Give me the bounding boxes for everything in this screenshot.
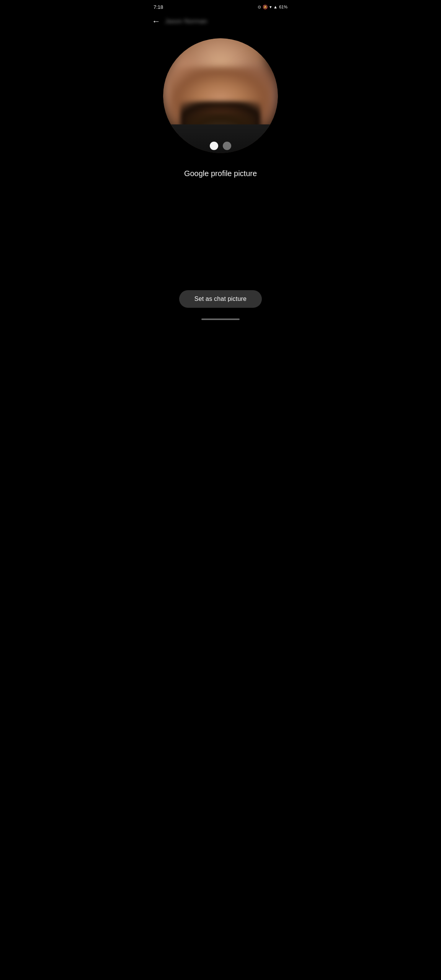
wifi-icon: ▾ [270,5,272,10]
status-icons: ⊙ 🔕 ▾ ▲ 61% [258,5,287,10]
phone-screen: 7:18 ⊙ 🔕 ▾ ▲ 61% ← Jason Norman [146,0,295,323]
nav-bar: ← Jason Norman [146,12,295,31]
bottom-area: Set as chat picture [146,290,295,308]
back-button[interactable]: ← [152,16,160,26]
avatar-container [163,38,278,153]
status-bar: 7:18 ⊙ 🔕 ▾ ▲ 61% [146,0,295,12]
dot-1[interactable] [210,142,218,150]
key-icon: ⊙ [258,5,261,10]
battery-icon: 61% [279,5,287,9]
dots-container [210,142,231,150]
profile-label: Google profile picture [184,169,257,178]
home-indicator [201,318,240,320]
mute-icon: 🔕 [263,5,268,10]
set-chat-picture-button[interactable]: Set as chat picture [179,290,262,308]
status-time: 7:18 [154,4,163,10]
nav-title: Jason Norman [165,18,207,25]
dot-2[interactable] [223,142,231,150]
avatar-face [163,38,278,153]
signal-icon: ▲ [273,5,278,9]
profile-section: Google profile picture [146,38,295,178]
